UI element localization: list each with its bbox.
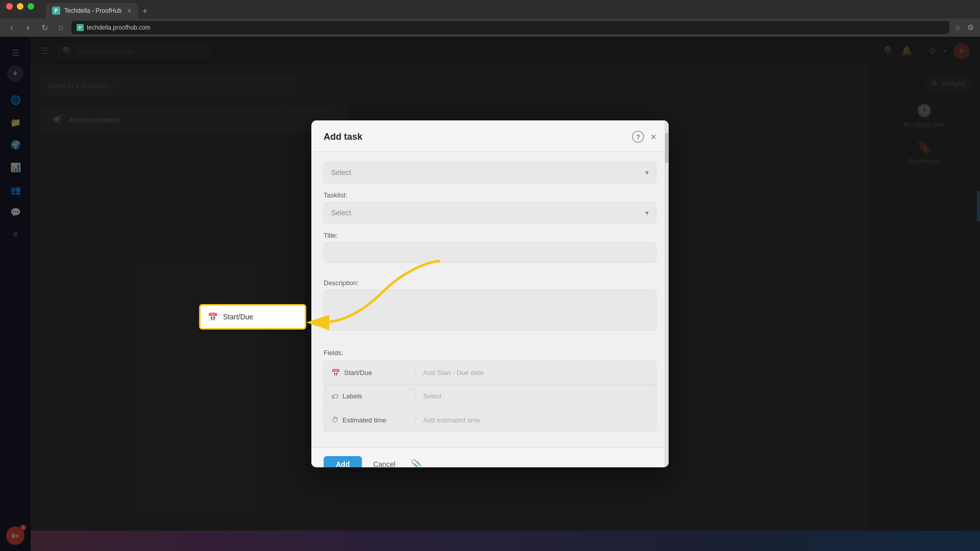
nav-back-button[interactable]: ‹ — [6, 23, 17, 32]
modal-title: Add task — [324, 132, 362, 142]
new-tab-button[interactable]: + — [138, 4, 152, 18]
fields-group: Fields: 📅 Start/Due Add Start - Due date — [324, 349, 656, 432]
address-bar[interactable]: P techdella.proofhub.com — [71, 21, 949, 34]
start-due-highlight-popup[interactable]: 📅 Start/Due — [199, 304, 306, 330]
attach-button[interactable]: 📎 — [407, 457, 426, 467]
start-due-popup-text: Start/Due — [223, 313, 253, 321]
description-field-group: Description: — [324, 279, 656, 341]
window-maximize-button[interactable] — [28, 3, 34, 10]
calendar-icon: 📅 — [331, 369, 340, 377]
add-button[interactable]: Add — [324, 456, 362, 467]
project-select-text: Select — [331, 168, 351, 177]
estimated-time-label-cell: ⏱ Estimated time — [324, 411, 416, 429]
tasklist-label: Tasklist: — [324, 191, 656, 199]
tasklist-select-text: Select — [331, 209, 351, 217]
nav-forward-button[interactable]: › — [22, 23, 34, 32]
modal-footer: Add Cancel 📎 — [311, 447, 669, 467]
estimated-time-field-row[interactable]: ⏱ Estimated time Add estimated time — [324, 408, 656, 432]
description-textarea[interactable] — [324, 290, 656, 331]
start-due-label-cell: 📅 Start/Due — [324, 364, 416, 382]
address-favicon: P — [77, 24, 84, 31]
estimated-time-value[interactable]: Add estimated time — [416, 411, 656, 429]
modal-body: Select ▾ Tasklist: Select ▾ Title: — [311, 152, 669, 447]
labels-field-row[interactable]: 🏷 Labels Select — [324, 385, 656, 408]
labels-label-text: Labels — [342, 392, 362, 400]
extensions-icon[interactable]: ⚙ — [967, 23, 974, 32]
nav-reload-button[interactable]: ↻ — [39, 23, 50, 33]
title-field-group: Title: — [324, 232, 656, 271]
tab-favicon: P — [52, 7, 60, 15]
labels-label-cell: 🏷 Labels — [324, 387, 416, 406]
address-text: techdella.proofhub.com — [87, 24, 151, 31]
modal-header-actions: ? × — [632, 131, 656, 143]
tasklist-select-arrow-icon: ▾ — [645, 209, 649, 217]
add-task-modal: Add task ? × Select ▾ Tasklist: — [311, 120, 669, 467]
labels-value[interactable]: Select — [416, 387, 656, 405]
modal-help-button[interactable]: ? — [632, 131, 644, 143]
fields-table: 📅 Start/Due Add Start - Due date 🏷 Label… — [324, 361, 656, 432]
start-due-label-text: Start/Due — [344, 369, 372, 377]
title-label: Title: — [324, 232, 656, 239]
tab-title: Techdella - ProofHub — [64, 7, 121, 14]
tasklist-field-group: Tasklist: Select ▾ — [324, 191, 656, 223]
tab-close-button[interactable]: ✕ — [127, 8, 132, 14]
cancel-button[interactable]: Cancel — [367, 456, 402, 467]
estimated-time-label-text: Estimated time — [342, 416, 386, 424]
window-close-button[interactable] — [6, 3, 13, 10]
description-label: Description: — [324, 279, 656, 287]
start-due-field-row[interactable]: 📅 Start/Due Add Start - Due date — [324, 361, 656, 385]
timer-icon: ⏱ — [331, 416, 338, 424]
project-select-arrow-icon: ▾ — [645, 168, 649, 177]
tasklist-select[interactable]: Select ▾ — [324, 202, 656, 223]
start-due-calendar-icon: 📅 — [208, 312, 218, 322]
modal-scrollbar-thumb — [665, 133, 668, 163]
fields-label: Fields: — [324, 349, 656, 357]
project-select[interactable]: Select ▾ — [324, 162, 656, 183]
bookmark-star-icon[interactable]: ☆ — [954, 23, 961, 32]
browser-tab[interactable]: P Techdella - ProofHub ✕ — [46, 3, 138, 18]
window-minimize-button[interactable] — [17, 3, 23, 10]
modal-close-button[interactable]: × — [650, 132, 656, 142]
tag-icon: 🏷 — [331, 392, 338, 400]
modal-scrollbar[interactable] — [665, 120, 669, 467]
start-due-value[interactable]: Add Start - Due date — [416, 364, 656, 382]
nav-home-button[interactable]: ⌂ — [55, 23, 66, 32]
title-input[interactable] — [324, 242, 656, 263]
modal-header: Add task ? × — [311, 120, 669, 152]
add-task-modal-overlay: Add task ? × Select ▾ Tasklist: — [0, 37, 980, 551]
project-field-group: Select ▾ — [324, 162, 656, 183]
